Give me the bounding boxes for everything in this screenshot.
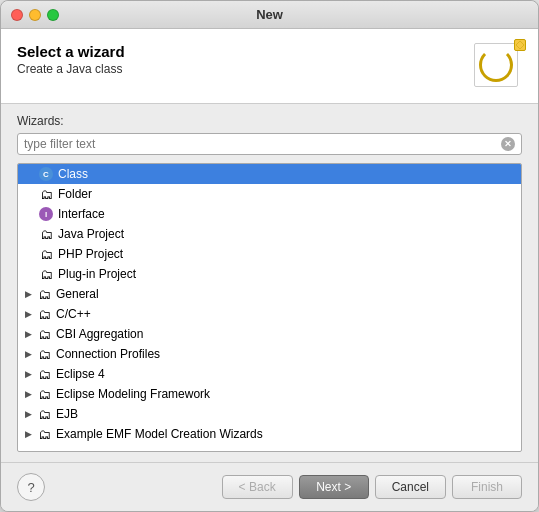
ejb-icon: 🗂 <box>36 406 52 422</box>
tree-item-label: Folder <box>58 187 92 201</box>
title-bar: New <box>1 1 538 29</box>
tree-item-label: PHP Project <box>58 247 123 261</box>
window-title: New <box>256 7 283 22</box>
tree-item-folder[interactable]: 🗂 Folder <box>18 184 521 204</box>
expand-arrow-cbi[interactable]: ▶ <box>22 328 34 340</box>
tree-item-eclipse-modeling[interactable]: ▶ 🗂 Eclipse Modeling Framework <box>18 384 521 404</box>
folder-icon: 🗂 <box>38 186 54 202</box>
tree-item-cpp[interactable]: ▶ 🗂 C/C++ <box>18 304 521 324</box>
tree-item-eclipse4[interactable]: ▶ 🗂 Eclipse 4 <box>18 364 521 384</box>
header-text: Select a wizard Create a Java class <box>17 43 125 76</box>
tree-item-label: Java Project <box>58 227 124 241</box>
cbi-icon: 🗂 <box>36 326 52 342</box>
wizards-label: Wizards: <box>17 114 522 128</box>
java-project-icon: 🗂 <box>38 226 54 242</box>
tree-item-label: CBI Aggregation <box>56 327 143 341</box>
tree-item-connection-profiles[interactable]: ▶ 🗂 Connection Profiles <box>18 344 521 364</box>
diamond-icon <box>516 41 524 49</box>
tree-item-label: Connection Profiles <box>56 347 160 361</box>
finish-button[interactable]: Finish <box>452 475 522 499</box>
main-content: Wizards: ✕ C Class 🗂 Folder I <box>1 104 538 462</box>
window-controls <box>11 9 59 21</box>
expand-arrow-general[interactable]: ▶ <box>22 288 34 300</box>
tree-item-label: Eclipse Modeling Framework <box>56 387 210 401</box>
minimize-button[interactable] <box>29 9 41 21</box>
page-title: Select a wizard <box>17 43 125 60</box>
wizard-icon-img <box>474 43 518 87</box>
wizard-tree[interactable]: C Class 🗂 Folder I Interface 🗂 Java Proj… <box>17 163 522 452</box>
general-icon: 🗂 <box>36 286 52 302</box>
maximize-button[interactable] <box>47 9 59 21</box>
tree-item-java-project[interactable]: 🗂 Java Project <box>18 224 521 244</box>
header-section: Select a wizard Create a Java class <box>1 29 538 104</box>
cpp-icon: 🗂 <box>36 306 52 322</box>
dialog-window: New Select a wizard Create a Java class … <box>0 0 539 512</box>
tree-item-plugin-project[interactable]: 🗂 Plug-in Project <box>18 264 521 284</box>
expand-arrow-ejb[interactable]: ▶ <box>22 408 34 420</box>
expand-arrow-eclipse4[interactable]: ▶ <box>22 368 34 380</box>
footer: ? < Back Next > Cancel Finish <box>1 462 538 511</box>
expand-arrow-connection[interactable]: ▶ <box>22 348 34 360</box>
tree-item-label: C/C++ <box>56 307 91 321</box>
wizard-icon-badge <box>514 39 526 51</box>
search-clear-button[interactable]: ✕ <box>501 137 515 151</box>
next-button[interactable]: Next > <box>299 475 369 499</box>
wizard-icon <box>474 43 522 91</box>
cancel-button[interactable]: Cancel <box>375 475 446 499</box>
tree-item-ejb[interactable]: ▶ 🗂 EJB <box>18 404 521 424</box>
connection-profiles-icon: 🗂 <box>36 346 52 362</box>
search-bar: ✕ <box>17 133 522 155</box>
expand-arrow-cpp[interactable]: ▶ <box>22 308 34 320</box>
tree-item-interface[interactable]: I Interface <box>18 204 521 224</box>
eclipse-modeling-icon: 🗂 <box>36 386 52 402</box>
class-icon: C <box>38 166 54 182</box>
close-button[interactable] <box>11 9 23 21</box>
expand-arrow-example-emf[interactable]: ▶ <box>22 428 34 440</box>
tree-item-label: Plug-in Project <box>58 267 136 281</box>
footer-buttons: < Back Next > Cancel Finish <box>222 475 522 499</box>
tree-item-label: Example EMF Model Creation Wizards <box>56 427 263 441</box>
tree-item-label: Eclipse 4 <box>56 367 105 381</box>
tree-item-php-project[interactable]: 🗂 PHP Project <box>18 244 521 264</box>
tree-item-class[interactable]: C Class <box>18 164 521 184</box>
tree-item-label: General <box>56 287 99 301</box>
tree-item-cbi-aggregation[interactable]: ▶ 🗂 CBI Aggregation <box>18 324 521 344</box>
svg-marker-0 <box>516 41 524 49</box>
help-button[interactable]: ? <box>17 473 45 501</box>
page-subtitle: Create a Java class <box>17 62 125 76</box>
search-input[interactable] <box>24 137 501 151</box>
interface-icon: I <box>38 206 54 222</box>
expand-arrow-emf[interactable]: ▶ <box>22 388 34 400</box>
tree-item-label: Interface <box>58 207 105 221</box>
plugin-project-icon: 🗂 <box>38 266 54 282</box>
back-button[interactable]: < Back <box>222 475 293 499</box>
example-emf-icon: 🗂 <box>36 426 52 442</box>
eclipse4-icon: 🗂 <box>36 366 52 382</box>
tree-item-label: Class <box>58 167 88 181</box>
tree-item-general[interactable]: ▶ 🗂 General <box>18 284 521 304</box>
tree-item-label: EJB <box>56 407 78 421</box>
php-project-icon: 🗂 <box>38 246 54 262</box>
tree-item-example-emf[interactable]: ▶ 🗂 Example EMF Model Creation Wizards <box>18 424 521 444</box>
